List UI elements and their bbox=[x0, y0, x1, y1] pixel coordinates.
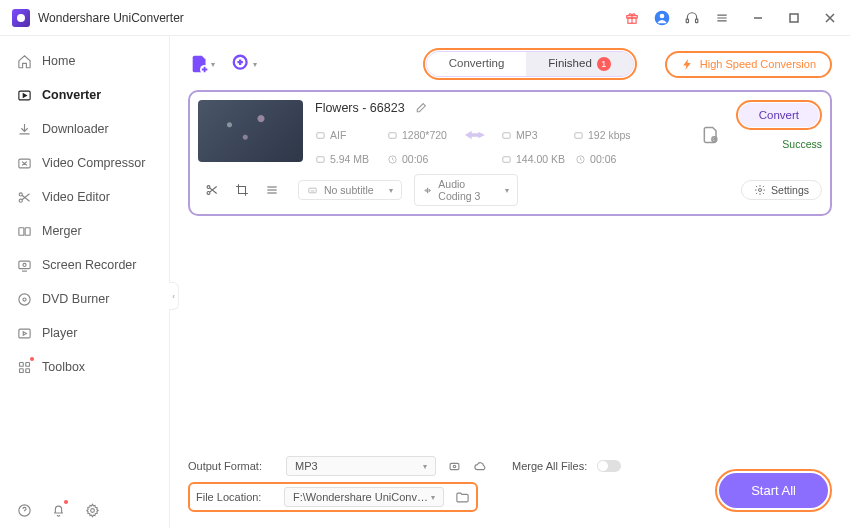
svg-point-36 bbox=[207, 191, 210, 194]
sidebar-label: Video Editor bbox=[42, 190, 110, 204]
sidebar-item-player[interactable]: Player bbox=[0, 316, 169, 350]
effect-icon[interactable] bbox=[264, 182, 280, 198]
sidebar-label: Merger bbox=[42, 224, 82, 238]
sidebar-item-downloader[interactable]: Downloader bbox=[0, 112, 169, 146]
video-thumbnail[interactable] bbox=[198, 100, 303, 162]
add-file-button[interactable]: ▾ bbox=[188, 50, 216, 78]
finished-count-badge: 1 bbox=[597, 57, 611, 71]
trim-icon[interactable] bbox=[204, 182, 220, 198]
user-icon[interactable] bbox=[654, 10, 670, 26]
gpu-icon[interactable] bbox=[446, 458, 462, 474]
close-button[interactable] bbox=[822, 10, 838, 26]
svg-point-3 bbox=[660, 13, 665, 18]
status-text: Success bbox=[782, 138, 822, 150]
svg-rect-29 bbox=[575, 132, 582, 138]
file-location-select[interactable]: F:\Wondershare UniConverter▾ bbox=[284, 487, 444, 507]
svg-rect-4 bbox=[686, 19, 688, 23]
menu-icon[interactable] bbox=[714, 10, 730, 26]
svg-point-14 bbox=[22, 263, 25, 266]
help-icon[interactable] bbox=[16, 502, 32, 518]
arrow-icon bbox=[459, 128, 491, 142]
svg-rect-12 bbox=[25, 227, 30, 235]
subtitle-dropdown[interactable]: No subtitle ▾ bbox=[298, 180, 402, 200]
crop-icon[interactable] bbox=[234, 182, 250, 198]
tab-converting[interactable]: Converting bbox=[427, 52, 527, 76]
add-url-button[interactable]: ▾ bbox=[230, 50, 258, 78]
dst-bitrate: 192 kbps bbox=[588, 129, 631, 141]
settings-icon[interactable] bbox=[84, 502, 100, 518]
dst-size: 144.00 KB bbox=[516, 153, 565, 165]
converter-icon bbox=[16, 87, 32, 103]
dst-format: MP3 bbox=[516, 129, 538, 141]
chevron-down-icon: ▾ bbox=[211, 60, 215, 69]
lightning-icon bbox=[681, 58, 694, 71]
svg-rect-11 bbox=[18, 227, 23, 235]
sidebar-label: Converter bbox=[42, 88, 101, 102]
svg-rect-33 bbox=[503, 156, 510, 162]
start-all-button[interactable]: Start All bbox=[715, 469, 832, 512]
svg-rect-26 bbox=[317, 132, 324, 138]
sidebar-item-compressor[interactable]: Video Compressor bbox=[0, 146, 169, 180]
open-folder-icon[interactable] bbox=[454, 489, 470, 505]
sidebar-label: Screen Recorder bbox=[42, 258, 137, 272]
src-size: 5.94 MB bbox=[330, 153, 369, 165]
output-settings-icon[interactable] bbox=[698, 122, 724, 148]
scissors-icon bbox=[16, 189, 32, 205]
toolbar: ▾ ▾ Converting Finished1 High Speed Conv… bbox=[188, 48, 832, 80]
svg-rect-13 bbox=[18, 261, 29, 269]
disc-icon bbox=[16, 291, 32, 307]
main-panel: ▾ ▾ Converting Finished1 High Speed Conv… bbox=[170, 36, 850, 528]
svg-point-40 bbox=[453, 465, 456, 468]
sidebar-item-editor[interactable]: Video Editor bbox=[0, 180, 169, 214]
app-logo bbox=[12, 9, 30, 27]
svg-rect-19 bbox=[25, 362, 29, 366]
svg-rect-39 bbox=[450, 463, 459, 469]
chevron-down-icon: ▾ bbox=[253, 60, 257, 69]
sidebar-item-toolbox[interactable]: Toolbox bbox=[0, 350, 169, 384]
rename-icon[interactable] bbox=[413, 100, 429, 116]
svg-rect-6 bbox=[790, 14, 798, 22]
svg-rect-31 bbox=[317, 156, 324, 162]
svg-rect-28 bbox=[503, 132, 510, 138]
cloud-icon[interactable] bbox=[472, 458, 488, 474]
gift-icon[interactable] bbox=[624, 10, 640, 26]
sidebar-item-merger[interactable]: Merger bbox=[0, 214, 169, 248]
headset-icon[interactable] bbox=[684, 10, 700, 26]
src-resolution: 1280*720 bbox=[402, 129, 447, 141]
svg-rect-18 bbox=[19, 362, 23, 366]
sidebar-label: DVD Burner bbox=[42, 292, 109, 306]
notification-icon[interactable] bbox=[50, 502, 66, 518]
audio-track-dropdown[interactable]: Audio Coding 3 ▾ bbox=[414, 174, 518, 206]
sidebar-item-converter[interactable]: Converter bbox=[0, 78, 169, 112]
svg-point-23 bbox=[90, 508, 94, 512]
merge-all-toggle[interactable] bbox=[597, 460, 621, 472]
output-format-select[interactable]: MP3▾ bbox=[286, 456, 436, 476]
titlebar-actions bbox=[624, 10, 838, 26]
merge-icon bbox=[16, 223, 32, 239]
app-title: Wondershare UniConverter bbox=[38, 11, 624, 25]
minimize-button[interactable] bbox=[750, 10, 766, 26]
high-speed-conversion-button[interactable]: High Speed Conversion bbox=[665, 51, 832, 78]
svg-rect-17 bbox=[18, 329, 29, 338]
svg-point-9 bbox=[19, 192, 22, 195]
sidebar-item-home[interactable]: Home bbox=[0, 44, 169, 78]
home-icon bbox=[16, 53, 32, 69]
sidebar-label: Home bbox=[42, 54, 75, 68]
sidebar: Home Converter Downloader Video Compress… bbox=[0, 36, 170, 528]
svg-point-16 bbox=[22, 297, 25, 300]
conversion-item: Flowers - 66823 AIF 1280*720 MP3 192 kbp… bbox=[188, 90, 832, 216]
item-settings-button[interactable]: Settings bbox=[741, 180, 822, 200]
dst-duration: 00:06 bbox=[590, 153, 616, 165]
file-name: Flowers - 66823 bbox=[315, 101, 405, 115]
src-duration: 00:06 bbox=[402, 153, 428, 165]
merge-label: Merge All Files: bbox=[512, 460, 587, 472]
maximize-button[interactable] bbox=[786, 10, 802, 26]
sidebar-label: Toolbox bbox=[42, 360, 85, 374]
record-icon bbox=[16, 257, 32, 273]
sidebar-item-dvd[interactable]: DVD Burner bbox=[0, 282, 169, 316]
src-format: AIF bbox=[330, 129, 346, 141]
svg-rect-20 bbox=[19, 368, 23, 372]
convert-button[interactable]: Convert bbox=[736, 100, 822, 130]
sidebar-item-recorder[interactable]: Screen Recorder bbox=[0, 248, 169, 282]
tab-finished[interactable]: Finished1 bbox=[526, 52, 632, 76]
